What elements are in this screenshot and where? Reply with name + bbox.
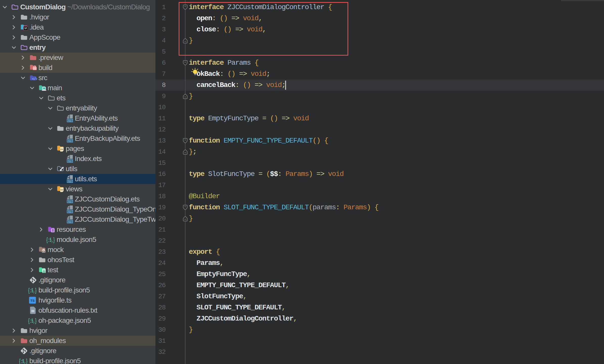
svg-text:{:5,}: {:5,} [19,358,28,364]
svg-text:ETS: ETS [67,119,73,122]
svg-text:{:5,}: {:5,} [28,287,37,294]
svg-text:ETS: ETS [67,200,73,203]
svg-text:TS: TS [30,299,35,303]
svg-text:{:5,}: {:5,} [28,318,37,325]
svg-text:ETS: ETS [67,179,73,183]
svg-text:</>: </> [32,77,37,81]
svg-text:{:5,}: {:5,} [46,237,55,244]
svg-text:ETS: ETS [67,210,73,213]
svg-text:ETS: ETS [67,159,73,163]
svg-text:ETS: ETS [67,139,73,143]
svg-text:IJ: IJ [25,27,27,30]
svg-text:<>: <> [60,148,63,151]
svg-text:<>: <> [60,188,63,191]
svg-text:ETS: ETS [67,220,73,223]
